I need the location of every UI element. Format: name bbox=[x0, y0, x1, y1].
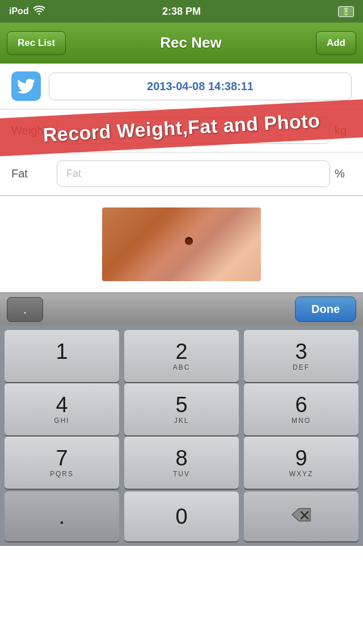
key-0[interactable]: 0 bbox=[124, 492, 239, 541]
status-left: iPod bbox=[9, 6, 45, 17]
keyboard-bottom-row: . 0 bbox=[0, 491, 363, 546]
date-input[interactable] bbox=[49, 73, 352, 100]
photo-detail bbox=[185, 237, 193, 245]
twitter-icon[interactable] bbox=[11, 71, 41, 101]
key-1[interactable]: 1 bbox=[5, 330, 119, 382]
keyboard: 1 2 ABC 3 DEF 4 GHI 5 JKL 6 MNO 7 bbox=[0, 325, 363, 546]
key-2[interactable]: 2 ABC bbox=[124, 330, 239, 382]
key-8[interactable]: 8 TUV bbox=[124, 437, 239, 489]
photo-thumbnail[interactable] bbox=[102, 207, 261, 281]
toolbar-period-button[interactable]: . bbox=[7, 297, 43, 322]
key-backspace[interactable] bbox=[244, 492, 358, 541]
fat-input[interactable] bbox=[57, 160, 330, 187]
fat-label: Fat bbox=[11, 167, 57, 180]
page-title: Rec New bbox=[160, 34, 221, 52]
key-7[interactable]: 7 PQRS bbox=[5, 437, 119, 489]
fat-row: Fat % bbox=[0, 152, 363, 196]
nav-bar: Rec List Rec New Add bbox=[0, 23, 363, 63]
promo-text: Record Weight,Fat and Photo bbox=[43, 109, 320, 146]
toolbar-done-button[interactable]: Done bbox=[295, 296, 356, 322]
key-4[interactable]: 4 GHI bbox=[5, 383, 119, 435]
status-time: 2:38 PM bbox=[162, 6, 201, 18]
wifi-icon bbox=[33, 6, 45, 17]
keyboard-main-keys: 1 2 ABC 3 DEF 4 GHI 5 JKL 6 MNO 7 bbox=[0, 325, 363, 491]
keyboard-toolbar: . Done bbox=[0, 293, 363, 325]
key-period[interactable]: . bbox=[5, 492, 119, 541]
add-button[interactable]: Add bbox=[316, 31, 356, 55]
battery-indicator: 🔋 bbox=[338, 6, 354, 17]
key-9[interactable]: 9 WXYZ bbox=[244, 437, 358, 489]
fat-unit: % bbox=[335, 167, 352, 180]
form-area: Weight kg Record Weight,Fat and Photo Fa… bbox=[0, 63, 363, 293]
rec-list-button[interactable]: Rec List bbox=[7, 31, 66, 55]
key-6[interactable]: 6 MNO bbox=[244, 383, 358, 435]
device-label: iPod bbox=[9, 6, 29, 16]
status-bar: iPod 2:38 PM 🔋 bbox=[0, 0, 363, 23]
photo-row bbox=[0, 196, 363, 293]
key-3[interactable]: 3 DEF bbox=[244, 330, 358, 382]
key-5[interactable]: 5 JKL bbox=[124, 383, 239, 435]
backspace-icon bbox=[291, 507, 311, 526]
